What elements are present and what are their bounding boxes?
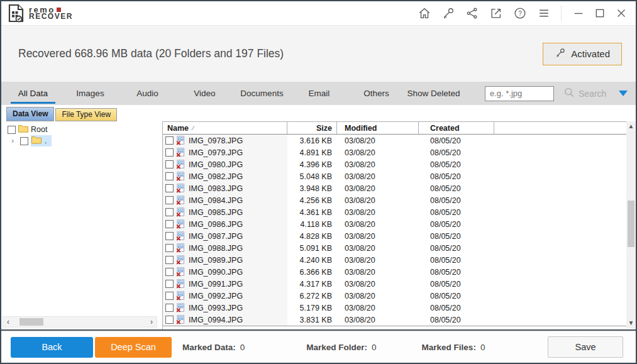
minimize-icon[interactable] bbox=[569, 4, 588, 22]
table-row[interactable]: IMG_0986.JPG4.118 KB03/08/2008/05/20 bbox=[163, 218, 626, 230]
cell-name: IMG_0984.JPG bbox=[163, 194, 287, 206]
row-checkbox[interactable] bbox=[165, 184, 174, 192]
table-row[interactable]: IMG_0980.JPG4.396 KB03/08/2008/05/20 bbox=[163, 158, 626, 170]
close-icon[interactable] bbox=[612, 4, 631, 22]
tree-item-child[interactable]: › . bbox=[8, 135, 162, 146]
help-icon[interactable]: ? bbox=[511, 4, 529, 22]
row-checkbox[interactable] bbox=[165, 220, 174, 228]
tab-images[interactable]: Images bbox=[62, 82, 119, 105]
table-row[interactable]: IMG_0985.JPG4.361 KB03/08/2008/05/20 bbox=[163, 206, 626, 218]
logo-line2: RECOVER bbox=[29, 13, 73, 20]
scroll-up-arrow-icon[interactable]: ▲ bbox=[626, 121, 636, 131]
marked-files-value: 0 bbox=[480, 343, 485, 352]
cell-created: 08/05/20 bbox=[419, 280, 494, 289]
table-row[interactable]: IMG_0988.JPG5.091 KB03/08/2008/05/20 bbox=[163, 242, 626, 254]
row-checkbox[interactable] bbox=[165, 148, 174, 157]
cell-size: 4.240 KB bbox=[287, 256, 337, 265]
row-checkbox[interactable] bbox=[165, 292, 174, 300]
column-header-created[interactable]: Created bbox=[419, 122, 494, 134]
tab-documents[interactable]: Documents bbox=[233, 82, 291, 105]
root-checkbox[interactable] bbox=[8, 126, 16, 134]
key-icon[interactable] bbox=[439, 4, 458, 22]
table-header: Name ∕ Size Modified Created bbox=[163, 121, 626, 135]
tab-file-type-view[interactable]: File Type View bbox=[55, 108, 117, 121]
row-checkbox[interactable] bbox=[165, 316, 174, 324]
table-row[interactable]: IMG_0993.JPG5.179 KB03/08/2008/05/20 bbox=[163, 302, 626, 314]
scroll-left-arrow-icon[interactable]: ‹ bbox=[3, 317, 13, 327]
scroll-right-arrow-icon[interactable]: › bbox=[147, 317, 157, 327]
tab-show-deleted[interactable]: Show Deleted bbox=[405, 82, 462, 105]
export-icon[interactable] bbox=[487, 4, 506, 22]
activated-button[interactable]: Activated bbox=[543, 43, 622, 65]
column-header-size[interactable]: Size bbox=[287, 122, 337, 134]
tree-item-root[interactable]: Root bbox=[8, 124, 162, 135]
column-header-filler bbox=[494, 122, 626, 134]
tab-video[interactable]: Video bbox=[176, 82, 233, 105]
tree-horizontal-scrollbar[interactable]: ‹ › bbox=[3, 316, 157, 328]
tab-others[interactable]: Others bbox=[348, 82, 405, 105]
cell-modified: 03/08/20 bbox=[337, 208, 419, 217]
row-checkbox[interactable] bbox=[165, 268, 174, 276]
scrollbar-thumb[interactable] bbox=[19, 318, 43, 326]
table-row[interactable]: IMG_0994.JPG3.831 KB03/08/2008/05/20 bbox=[163, 314, 626, 326]
search-input[interactable] bbox=[485, 86, 554, 101]
folder-tree: Root › . bbox=[6, 121, 162, 329]
scroll-down-arrow-icon[interactable]: ▼ bbox=[626, 318, 636, 328]
cell-size: 4.118 KB bbox=[287, 220, 337, 229]
table-row[interactable]: IMG_0982.JPG5.048 KB03/08/2008/05/20 bbox=[163, 170, 626, 182]
file-name: IMG_0992.JPG bbox=[188, 292, 243, 301]
table-row[interactable]: IMG_0990.JPG6.366 KB03/08/2008/05/20 bbox=[163, 266, 626, 278]
table-row[interactable]: IMG_0979.JPG4.891 KB03/08/2008/05/20 bbox=[163, 146, 626, 158]
row-checkbox[interactable] bbox=[165, 256, 174, 264]
tab-data-view[interactable]: Data View bbox=[6, 107, 54, 121]
row-checkbox[interactable] bbox=[165, 172, 174, 180]
deep-scan-button[interactable]: Deep Scan bbox=[95, 337, 172, 358]
tab-audio[interactable]: Audio bbox=[119, 82, 176, 105]
table-row[interactable]: IMG_0987.JPG4.828 KB03/08/2008/05/20 bbox=[163, 230, 626, 242]
table-row[interactable]: IMG_0984.JPG4.256 KB03/08/2008/05/20 bbox=[163, 194, 626, 206]
table-row[interactable]: IMG_0978.JPG3.616 KB03/08/2008/05/20 bbox=[163, 135, 626, 146]
titlebar-separator bbox=[561, 6, 562, 21]
scrollbar-thumb[interactable] bbox=[628, 201, 634, 247]
table-row[interactable]: IMG_0992.JPG6.272 KB03/08/2008/05/20 bbox=[163, 290, 626, 302]
column-header-modified[interactable]: Modified bbox=[337, 122, 419, 134]
row-checkbox[interactable] bbox=[165, 208, 174, 216]
menu-icon[interactable] bbox=[535, 4, 553, 22]
save-button[interactable]: Save bbox=[548, 336, 623, 358]
file-table-body: IMG_0978.JPG3.616 KB03/08/2008/05/20IMG_… bbox=[163, 135, 626, 326]
row-checkbox[interactable] bbox=[165, 244, 174, 252]
cell-created: 08/05/20 bbox=[419, 244, 494, 253]
marked-data-counter: Marked Data: 0 bbox=[182, 343, 245, 352]
table-row[interactable]: IMG_0989.JPG4.240 KB03/08/2008/05/20 bbox=[163, 254, 626, 266]
table-vertical-scrollbar[interactable]: ▲ ▼ bbox=[626, 121, 636, 328]
svg-text:?: ? bbox=[518, 10, 522, 17]
table-row[interactable]: IMG_0983.JPG3.948 KB03/08/2008/05/20 bbox=[163, 182, 626, 194]
maximize-icon[interactable] bbox=[590, 4, 609, 22]
row-checkbox[interactable] bbox=[165, 160, 174, 168]
cell-size: 3.616 KB bbox=[287, 136, 337, 145]
selected-tree-node: . bbox=[31, 135, 52, 146]
titlebar-icons: ? bbox=[415, 4, 631, 22]
child-checkbox[interactable] bbox=[20, 137, 28, 145]
back-button[interactable]: Back bbox=[11, 337, 93, 358]
expand-chevron-icon[interactable]: › bbox=[11, 138, 18, 144]
scrollbar-track[interactable] bbox=[626, 131, 636, 318]
home-icon[interactable] bbox=[415, 4, 434, 22]
row-checkbox[interactable] bbox=[165, 196, 174, 204]
row-checkbox[interactable] bbox=[165, 232, 174, 240]
tab-all-data[interactable]: All Data bbox=[4, 82, 62, 105]
row-checkbox[interactable] bbox=[165, 280, 174, 288]
search-dropdown-caret-icon[interactable] bbox=[619, 91, 628, 96]
remo-logo-icon bbox=[8, 4, 25, 23]
cell-created: 08/05/20 bbox=[419, 304, 494, 312]
row-checkbox[interactable] bbox=[165, 136, 174, 145]
search-icon bbox=[563, 86, 575, 101]
row-checkbox[interactable] bbox=[165, 304, 174, 312]
column-header-name[interactable]: Name ∕ bbox=[163, 122, 287, 134]
tab-email[interactable]: Email bbox=[291, 82, 348, 105]
deleted-image-file-icon bbox=[176, 303, 186, 312]
share-icon[interactable] bbox=[463, 4, 482, 22]
table-row[interactable]: IMG_0991.JPG4.317 KB03/08/2008/05/20 bbox=[163, 278, 626, 290]
search-button[interactable]: Search bbox=[563, 86, 606, 101]
folder-icon bbox=[18, 124, 28, 135]
